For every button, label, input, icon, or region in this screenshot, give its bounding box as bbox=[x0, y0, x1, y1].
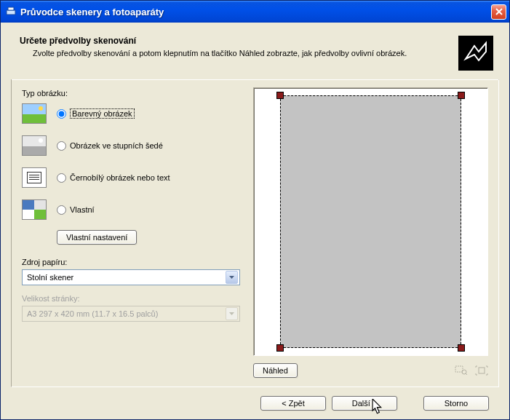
custom-icon bbox=[22, 199, 47, 220]
radio-color[interactable] bbox=[57, 109, 66, 119]
color-photo-icon bbox=[22, 103, 47, 124]
svg-rect-0 bbox=[7, 10, 15, 15]
svg-rect-2 bbox=[455, 366, 463, 372]
preview-area[interactable] bbox=[253, 87, 488, 356]
paper-source-label: Zdroj papíru: bbox=[22, 258, 240, 266]
chevron-down-icon[interactable] bbox=[226, 271, 238, 284]
svg-rect-1 bbox=[8, 7, 14, 10]
wizard-window: Průvodce skenery a fotoaparáty Určete př… bbox=[0, 0, 510, 420]
radio-bw[interactable] bbox=[57, 173, 66, 183]
option-bw-label: Černobílý obrázek nebo text bbox=[70, 173, 170, 182]
zoom-selection-icon bbox=[455, 365, 468, 376]
page-size-value: A3 297 x 420 mm (11.7 x 16.5 palců) bbox=[27, 309, 226, 318]
header-area: Určete předvolby skenování Zvolte předvo… bbox=[11, 30, 499, 79]
content-area: Určete předvolby skenování Zvolte předvo… bbox=[1, 23, 509, 419]
wizard-icon bbox=[458, 36, 493, 71]
grayscale-photo-icon bbox=[22, 135, 47, 156]
option-bw[interactable]: Černobílý obrázek nebo text bbox=[22, 167, 240, 188]
crop-handle-bl[interactable] bbox=[276, 344, 284, 352]
bw-text-icon bbox=[22, 167, 47, 188]
crop-handle-br[interactable] bbox=[458, 344, 465, 352]
paper-source-value: Stolní skener bbox=[27, 273, 226, 282]
radio-grayscale[interactable] bbox=[57, 141, 66, 151]
custom-settings-button[interactable]: Vlastní nastavení bbox=[57, 230, 137, 245]
option-custom-label: Vlastní bbox=[70, 205, 95, 214]
left-panel: Typ obrázku: Barevný obrázek Obrázek ve … bbox=[22, 87, 240, 378]
chevron-down-icon bbox=[226, 307, 238, 320]
radio-custom[interactable] bbox=[57, 205, 66, 215]
cancel-button[interactable]: Storno bbox=[423, 396, 489, 411]
fit-page-icon bbox=[475, 365, 488, 376]
crop-handle-tr[interactable] bbox=[458, 92, 465, 99]
preview-controls: Náhled bbox=[253, 363, 488, 378]
paper-source-combo[interactable]: Stolní skener bbox=[22, 269, 240, 285]
app-icon bbox=[5, 6, 17, 17]
option-grayscale[interactable]: Obrázek ve stupních šedé bbox=[22, 135, 240, 156]
svg-line-4 bbox=[466, 373, 467, 375]
close-button[interactable] bbox=[491, 4, 506, 20]
svg-rect-5 bbox=[479, 368, 485, 373]
crop-region[interactable] bbox=[280, 95, 461, 348]
page-size-label: Velikost stránky: bbox=[22, 294, 240, 303]
page-size-combo: A3 297 x 420 mm (11.7 x 16.5 palců) bbox=[22, 306, 240, 322]
main-panel: Typ obrázku: Barevný obrázek Obrázek ve … bbox=[11, 79, 499, 387]
next-button[interactable]: Další > bbox=[332, 396, 397, 411]
option-custom[interactable]: Vlastní bbox=[22, 199, 240, 220]
picture-type-label: Typ obrázku: bbox=[22, 89, 240, 98]
window-title: Průvodce skenery a fotoaparáty bbox=[20, 7, 491, 17]
preview-button[interactable]: Náhled bbox=[253, 363, 298, 378]
option-grayscale-label: Obrázek ve stupních šedé bbox=[70, 141, 163, 150]
titlebar[interactable]: Průvodce skenery a fotoaparáty bbox=[1, 1, 509, 23]
option-color-label: Barevný obrázek bbox=[70, 108, 135, 119]
crop-handle-tl[interactable] bbox=[276, 92, 284, 99]
back-button[interactable]: < Zpět bbox=[260, 396, 326, 411]
footer-buttons: < Zpět Další > Storno bbox=[11, 387, 499, 411]
option-color[interactable]: Barevný obrázek bbox=[22, 103, 240, 124]
right-panel: Náhled bbox=[253, 87, 488, 378]
page-title: Určete předvolby skenování bbox=[20, 36, 451, 46]
page-description: Zvolte předvolby skenování a potom klepn… bbox=[20, 48, 451, 59]
